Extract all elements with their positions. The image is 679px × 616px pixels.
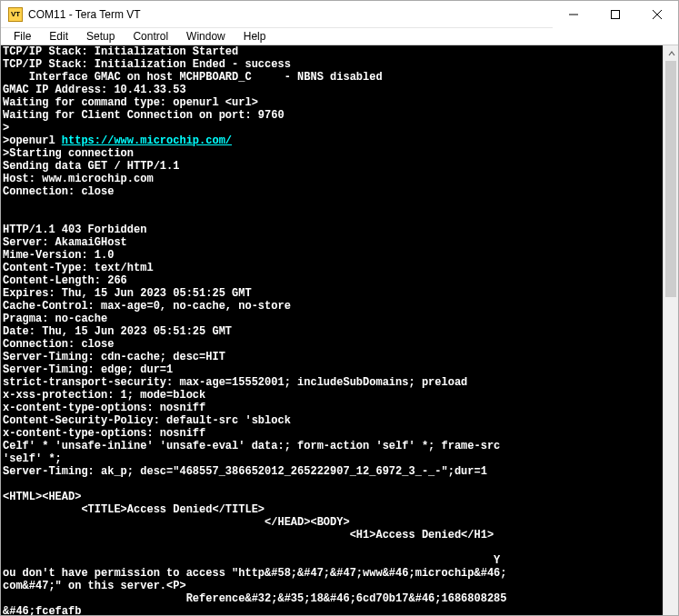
menu-edit[interactable]: Edit — [40, 28, 77, 45]
title-bar: VT COM11 - Tera Term VT — [1, 1, 678, 28]
terminal-text-2: >Starting connection Sending data GET / … — [3, 147, 507, 616]
minimize-icon — [569, 10, 578, 19]
maximize-icon — [611, 10, 620, 19]
app-icon: VT — [8, 7, 23, 22]
chevron-up-icon — [668, 50, 675, 57]
scrollbar-thumb[interactable] — [665, 61, 676, 297]
menu-help[interactable]: Help — [235, 28, 275, 45]
terminal-link[interactable]: https://www.microchip.com/ — [62, 134, 232, 147]
menu-bar: File Edit Setup Control Window Help — [1, 28, 678, 45]
close-icon — [653, 10, 662, 19]
menu-control[interactable]: Control — [124, 28, 177, 45]
window-controls — [553, 1, 678, 27]
window-title: COM11 - Tera Term VT — [28, 8, 553, 21]
svg-rect-1 — [612, 11, 620, 19]
menu-setup[interactable]: Setup — [77, 28, 124, 45]
scroll-up-button[interactable] — [664, 45, 679, 61]
minimize-button[interactable] — [553, 1, 594, 28]
menu-file[interactable]: File — [5, 28, 40, 45]
terminal-area: TCP/IP Stack: Initialization Started TCP… — [1, 45, 678, 616]
close-button[interactable] — [636, 1, 678, 28]
maximize-button[interactable] — [594, 1, 636, 28]
terminal-text-1: TCP/IP Stack: Initialization Started TCP… — [3, 45, 383, 147]
menu-window[interactable]: Window — [177, 28, 235, 45]
vertical-scrollbar[interactable] — [663, 45, 678, 616]
terminal-output[interactable]: TCP/IP Stack: Initialization Started TCP… — [1, 45, 663, 616]
